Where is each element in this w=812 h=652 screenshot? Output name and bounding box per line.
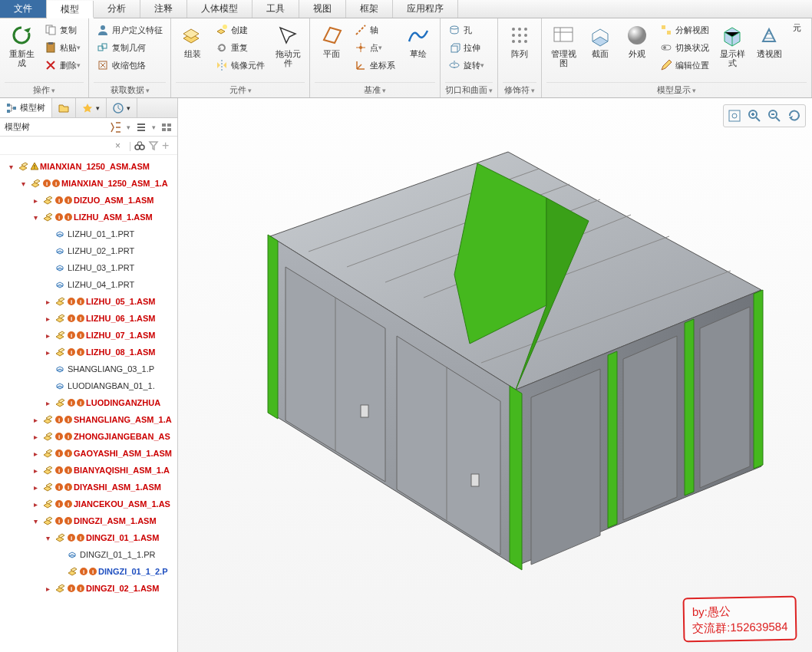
drag-button[interactable]: 拖动元件 [271,21,305,69]
plane-button[interactable]: 平面 [315,21,348,60]
tree-node[interactable]: LIZHU_04_1.PRT [3,276,177,293]
perspective-button[interactable]: 透视图 [752,21,786,60]
pattern-button[interactable]: 阵列 [503,21,536,60]
tab-model-tree[interactable]: 模型树 [0,98,52,117]
appearance-button[interactable]: 外观 [620,21,654,60]
create-button[interactable]: 创建 [213,21,268,38]
tree-node[interactable]: ▸iiDINGZI_02_1.ASM [3,580,177,597]
info-badge: i [68,348,75,356]
tree-node[interactable]: ▸iiSHANGLIANG_ASM_1.A [3,411,177,428]
svg-point-4 [101,25,105,30]
menu-tab-3[interactable]: 注释 [140,0,187,18]
info-badge: i [77,399,84,407]
show-icon[interactable] [160,121,173,133]
tree-node[interactable]: ▸iiLUODINGANZHUA [3,394,177,411]
menu-tab-bar: 文件模型分析注释人体模型工具视图框架应用程序 [0,0,812,18]
tree-node[interactable]: ▸iiLIZHU_05_1.ASM [3,293,177,310]
tree-node[interactable]: LIZHU_01_1.PRT [3,226,177,242]
settings-icon[interactable] [110,121,122,133]
repaint-icon [787,109,801,123]
tree-node[interactable]: ▸iiGAOYASHI_ASM_1.ASM [3,445,177,462]
hole-button[interactable]: 孔 [445,21,487,38]
zoom-out-button[interactable] [765,107,784,125]
manage-views-button[interactable]: 管理视图 [546,21,580,69]
menu-tab-6[interactable]: 视图 [299,0,346,18]
svg-rect-25 [667,31,671,35]
tree-node-label: MIANXIAN_1250_ASM_1.A [61,179,168,188]
tab-folder[interactable] [52,98,76,117]
add-icon[interactable]: + [162,140,173,151]
tree-node[interactable]: LIZHU_02_1.PRT [3,242,177,259]
menu-tab-1[interactable]: 模型 [47,1,94,18]
switch-icon [660,41,672,54]
list-icon[interactable] [135,121,147,133]
paste-button[interactable]: 粘贴▾ [41,39,84,56]
svg-rect-39 [361,405,368,417]
create-icon [216,24,228,36]
mirror-button[interactable]: 镜像元件 [213,57,268,74]
viewport-3d[interactable]: by:愚公 交流群:152639584 [178,98,812,652]
extrude-button[interactable]: 拉伸 [445,39,487,56]
tree-node[interactable]: LUODIANGBAN_01_1. [3,377,177,394]
component-display-button[interactable]: 元 [789,21,804,34]
zoom-in-button[interactable] [745,107,764,125]
copy-button[interactable]: 复制 [41,21,84,38]
tree-node[interactable]: ▸iiDIZUO_ASM_1.ASM [3,192,177,209]
section-button[interactable]: 截面 [583,21,617,60]
menu-tab-7[interactable]: 框架 [346,0,393,18]
copygeo-button[interactable]: 复制几何 [94,39,166,56]
tree-node[interactable]: ▸iiJIANCEKOU_ASM_1.AS [3,496,177,512]
assembly-icon [42,195,53,206]
tree-node[interactable]: ▾iiDINGZI_ASM_1.ASM [3,512,177,529]
tab-favorites[interactable]: ▾ [76,98,107,117]
tree-node[interactable]: ▸iiLIZHU_08_1.ASM [3,344,177,361]
display-style-button[interactable]: 显示样式 [715,21,749,69]
tree-node[interactable]: LIZHU_03_1.PRT [3,259,177,276]
repaint-button[interactable] [785,107,804,125]
assembly-icon [18,161,28,172]
revolve-button[interactable]: 旋转▾ [445,57,487,74]
sphere-icon [625,23,649,48]
filter-icon[interactable] [148,140,159,151]
switch-state-button[interactable]: 切换状况 [657,39,712,56]
tree-search-input[interactable] [5,141,112,150]
sketch-button[interactable]: 草绘 [401,21,435,60]
menu-tab-4[interactable]: 人体模型 [187,0,253,18]
delete-button[interactable]: 删除▾ [41,57,84,74]
menu-tab-5[interactable]: 工具 [253,0,299,18]
edit-pos-button[interactable]: 编辑位置 [657,57,712,74]
menu-tab-8[interactable]: 应用程序 [393,0,458,18]
tree-node[interactable]: ▾iiMIANXIAN_1250_ASM_1.A [3,175,177,192]
svg-point-21 [524,40,527,43]
tree-node[interactable]: DINGZI_01_1_1.PR [3,546,177,563]
tree-node[interactable]: ▾iiLIZHU_ASM_1.ASM [3,209,177,226]
tree-node[interactable]: iiDINGZI_01_1_2.P [3,563,177,580]
tree-node[interactable]: ▸iiBIANYAQISHI_ASM_1.A [3,462,177,479]
csys-button[interactable]: 坐标系 [352,57,398,74]
menu-tab-2[interactable]: 分析 [94,0,140,18]
clear-icon[interactable]: × [115,140,126,151]
tree-node-label: LIZHU_08_1.ASM [86,347,155,357]
tree-node[interactable]: ▸iiZHONGJIANGEBAN_AS [3,428,177,445]
shrinkwrap-button[interactable]: 收缩包络 [94,57,166,74]
refit-button[interactable] [725,107,744,125]
assemble-button[interactable]: 组装 [176,21,210,60]
menu-tab-0[interactable]: 文件 [0,0,47,18]
redo-button[interactable]: 重复 [213,39,268,56]
tree-node[interactable]: ▸iiLIZHU_07_1.ASM [3,327,177,344]
tree-node[interactable]: ▾iiDINGZI_01_1.ASM [3,529,177,546]
tree-node[interactable]: ▸iiDIYASHI_ASM_1.ASM [3,479,177,496]
tree-node[interactable]: ▾!MIANXIAN_1250_ASM.ASM [3,158,177,175]
assembly-icon [42,414,53,425]
binoculars-icon[interactable] [134,140,145,151]
axis-button[interactable]: 轴 [352,21,398,38]
point-button[interactable]: 点▾ [352,39,398,56]
tree-node[interactable]: SHANGLIANG_03_1.P [3,361,177,377]
explode-button[interactable]: 分解视图 [657,21,712,38]
assembly-icon [54,330,65,341]
csys-icon [355,59,367,71]
udf-button[interactable]: 用户定义特征 [94,21,166,38]
regen-button[interactable]: 重新生成 [5,21,38,69]
tree-node[interactable]: ▸iiLIZHU_06_1.ASM [3,310,177,327]
tab-history[interactable]: ▾ [107,98,137,117]
